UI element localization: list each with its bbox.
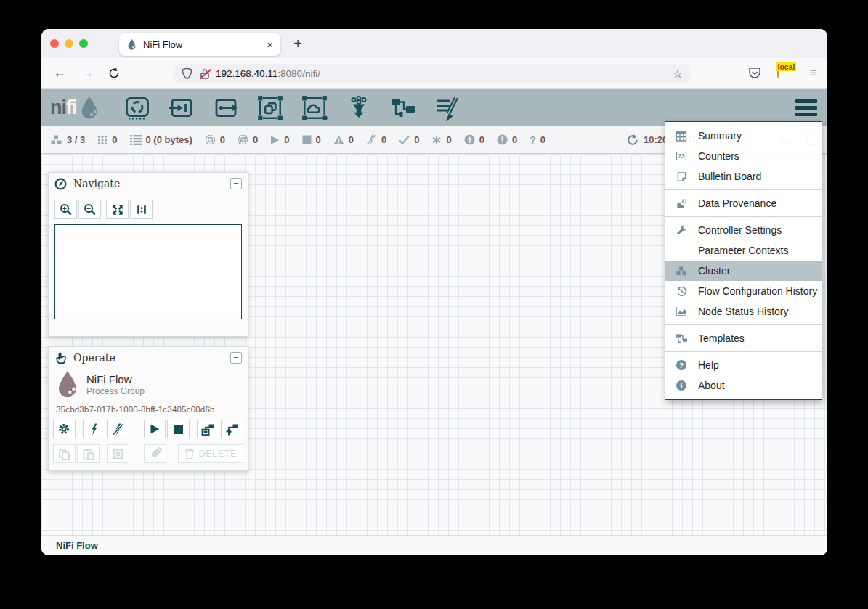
browser-navbar: ← → 192.168.40.11:8080/nifi/ ☆ local (41, 58, 827, 89)
selected-component-name: NiFi Flow (86, 373, 145, 385)
template-component-icon[interactable] (389, 94, 417, 122)
browser-tab[interactable]: NiFi Flow × (119, 33, 280, 56)
nifi-global-menu-button[interactable] (795, 99, 817, 116)
forward-button[interactable]: → (81, 65, 94, 81)
operate-header: Operate − (49, 347, 248, 369)
menu-item-templates[interactable]: Templates (665, 328, 822, 348)
operate-palette: Operate − NiFi Flow Process Group 35cbd3… (48, 346, 248, 471)
transmitting-icon (205, 134, 216, 145)
menu-label: Help (698, 359, 719, 371)
traffic-lights (50, 39, 88, 48)
status-active-threads: 0 (97, 134, 117, 145)
insecure-lock-icon[interactable] (200, 68, 210, 80)
browser-menu-icon[interactable]: ≡ (809, 65, 817, 81)
cubes-icon (675, 266, 688, 277)
not-transmitting-icon (238, 134, 248, 145)
menu-label: Summary (698, 130, 742, 142)
menu-item-help[interactable]: ? Help (665, 355, 822, 375)
menu-item-data-provenance[interactable]: Data Provenance (665, 193, 822, 213)
status-sync-failure: ? 0 (530, 134, 545, 146)
change-color-brush-button[interactable] (144, 444, 166, 463)
birdseye-view[interactable] (54, 224, 242, 319)
delete-label: DELETE (199, 449, 238, 459)
reload-button[interactable] (108, 68, 120, 79)
delete-button[interactable]: DELETE (178, 444, 243, 463)
status-locally-modified-and-stale: 0 (497, 134, 517, 145)
menu-item-controller-settings[interactable]: Controller Settings (665, 220, 822, 240)
processor-component-icon[interactable] (123, 94, 151, 122)
upload-template-button[interactable] (221, 420, 243, 438)
wrench-icon (675, 225, 688, 236)
menu-item-summary[interactable]: Summary (665, 126, 822, 146)
profile-avatar[interactable]: local (777, 65, 793, 81)
menu-item-bulletin-board[interactable]: Bulletin Board (665, 166, 822, 187)
zoom-in-button[interactable] (54, 200, 77, 219)
status-stopped: 0 (302, 134, 321, 145)
enable-button[interactable] (83, 420, 105, 438)
template-icon (675, 333, 688, 344)
cluster-icon (50, 134, 62, 146)
status-stale: 0 (464, 134, 484, 145)
tab-close-icon[interactable]: × (267, 39, 273, 50)
invalid-warning-icon (333, 135, 344, 145)
menu-separator (665, 189, 822, 190)
menu-label: About (698, 380, 725, 391)
shield-icon[interactable] (182, 68, 192, 80)
tab-title: NiFi Flow (143, 39, 267, 50)
process-group-component-icon[interactable] (256, 94, 284, 122)
paste-button[interactable] (77, 444, 100, 463)
maximize-window-button[interactable] (79, 39, 88, 48)
status-transmitting: 0 (205, 134, 225, 145)
selected-component-id: 35cbd3b7-017b-1000-8bff-1c3405c00d6b (49, 399, 248, 414)
provenance-icon (675, 198, 688, 209)
save-template-button[interactable] (197, 420, 219, 438)
url-bar[interactable]: 192.168.40.11:8080/nifi/ ☆ (174, 64, 690, 83)
minimize-window-button[interactable] (65, 39, 73, 48)
menu-item-about[interactable]: i About (665, 375, 822, 396)
menu-item-counters[interactable]: 23 Counters (665, 146, 822, 166)
zoom-fit-button[interactable] (106, 200, 129, 219)
zoom-actual-size-button[interactable] (130, 200, 153, 219)
new-tab-button[interactable]: + (289, 36, 307, 52)
start-button[interactable] (144, 420, 166, 438)
bookmark-star-icon[interactable]: ☆ (673, 67, 683, 81)
navigate-palette: Navigate − (48, 172, 248, 337)
menu-item-flow-configuration-history[interactable]: Flow Configuration History (665, 281, 822, 301)
menu-item-node-status-history[interactable]: Node Status History (665, 301, 822, 322)
status-connected-nodes: 3 / 3 (50, 134, 85, 146)
url-text[interactable]: 192.168.40.11:8080/nifi/ (216, 68, 673, 79)
output-port-component-icon[interactable] (212, 94, 240, 122)
exclamation-circle-icon (497, 134, 508, 145)
pocket-icon[interactable] (748, 67, 761, 79)
configure-button[interactable] (53, 420, 76, 438)
operate-collapse-button[interactable]: − (230, 352, 242, 364)
compass-icon (54, 178, 67, 190)
menu-item-parameter-contexts[interactable]: Parameter Contexts (665, 240, 822, 261)
question-circle-icon: ? (675, 360, 688, 370)
remote-process-group-component-icon[interactable] (301, 94, 328, 122)
menu-item-cluster[interactable]: Cluster (665, 261, 822, 281)
refresh-icon[interactable] (627, 134, 638, 146)
menu-label: Templates (698, 332, 745, 344)
trash-icon (184, 448, 195, 459)
info-circle-icon: i (675, 380, 688, 391)
nifi-app: nifi (41, 89, 827, 555)
funnel-component-icon[interactable] (345, 94, 373, 122)
disable-button[interactable] (107, 420, 129, 438)
breadcrumb-item-root[interactable]: NiFi Flow (56, 540, 98, 551)
operate-title: Operate (73, 352, 230, 364)
label-component-icon[interactable] (434, 94, 461, 122)
back-button[interactable]: ← (53, 65, 66, 81)
stop-button[interactable] (167, 420, 190, 438)
copy-button[interactable] (53, 444, 76, 463)
stale-arrow-up-circle-icon (464, 134, 475, 145)
close-window-button[interactable] (50, 39, 59, 48)
group-button[interactable] (107, 444, 129, 463)
navigate-collapse-button[interactable]: − (230, 178, 242, 189)
zoom-out-button[interactable] (78, 200, 101, 219)
status-up-to-date: 0 (399, 134, 419, 145)
profile-badge: local (776, 62, 796, 71)
input-port-component-icon[interactable] (168, 94, 195, 122)
browser-window: NiFi Flow × + ← → 192.168.40.11:8080/nif… (41, 29, 827, 555)
area-chart-icon (675, 306, 688, 316)
